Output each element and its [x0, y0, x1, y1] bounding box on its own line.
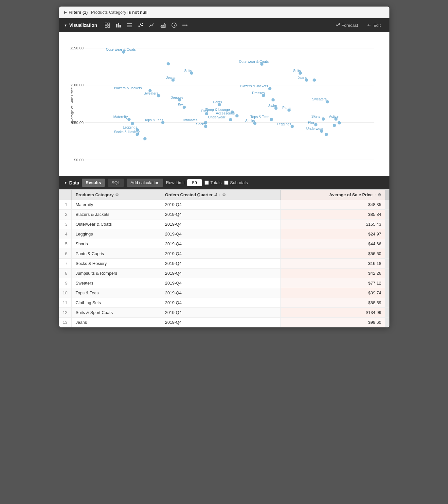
svg-text:Plus: Plus: [308, 120, 314, 124]
price-cell: $77.12: [281, 278, 385, 288]
row-num-cell: 6: [59, 249, 72, 259]
price-cell: $85.84: [281, 210, 385, 219]
svg-text:Swim: Swim: [268, 104, 277, 108]
svg-point-74: [268, 87, 271, 90]
row-num-cell: 11: [59, 298, 72, 308]
category-gear-icon[interactable]: ⚙: [115, 193, 119, 197]
svg-rect-1: [108, 23, 110, 25]
filter-toggle[interactable]: ▶ Filters (1): [64, 10, 88, 15]
quarter-cell: 2019-Q4: [161, 200, 281, 210]
quarter-cell: 2019-Q4: [161, 239, 281, 249]
svg-text:Dresses: Dresses: [252, 91, 264, 95]
svg-point-95: [314, 123, 317, 127]
svg-rect-2: [105, 26, 107, 27]
svg-point-49: [235, 114, 239, 117]
add-calculation-button[interactable]: Add calculation: [127, 179, 163, 187]
scrollbar-cell: [385, 318, 389, 327]
svg-rect-4: [116, 24, 117, 27]
svg-point-30: [167, 62, 170, 65]
svg-text:Intimates: Intimates: [183, 118, 198, 122]
scatter-icon-btn[interactable]: [136, 21, 146, 29]
viz-arrow-icon: ▼: [64, 24, 67, 27]
totals-checkbox[interactable]: [205, 181, 209, 185]
col-category: Products Category ⚙: [71, 190, 161, 200]
quarter-cell: 2019-Q4: [161, 318, 281, 327]
area-icon-btn[interactable]: [158, 21, 168, 29]
bar-chart-icon-btn[interactable]: [114, 21, 123, 29]
quarter-cell: 2019-Q4: [161, 259, 281, 269]
category-cell: Clothing Sets: [71, 298, 161, 308]
row-num-cell: 2: [59, 210, 72, 219]
more-icon-btn[interactable]: •••: [180, 21, 190, 29]
row-limit-input[interactable]: [187, 179, 202, 186]
svg-text:Socks & Hosiery: Socks & Hosiery: [114, 130, 140, 134]
svg-rect-6: [119, 25, 121, 27]
subtotals-checkbox[interactable]: [224, 181, 228, 185]
svg-point-91: [337, 121, 341, 125]
svg-point-51: [229, 118, 232, 121]
scatter-chart: Average of Sale Price $0.00 $50.00 $100.…: [62, 39, 386, 173]
svg-point-92: [332, 124, 336, 127]
line-icon-btn[interactable]: [147, 21, 157, 29]
price-cell: $155.43: [281, 219, 385, 229]
quarter-cell: 2019-Q4: [161, 210, 281, 219]
scrollbar-cell: [385, 298, 389, 308]
edit-button[interactable]: Edit: [364, 22, 384, 29]
edit-label: Edit: [373, 23, 381, 28]
category-cell: Jeans: [71, 318, 161, 327]
quarter-gear-icon[interactable]: ⚙: [222, 193, 226, 197]
forecast-button[interactable]: Forecast: [332, 22, 362, 29]
row-num-cell: 4: [59, 229, 72, 239]
svg-text:Suits: Suits: [184, 69, 192, 73]
category-cell: Blazers & Jackets: [71, 210, 161, 219]
quarter-cell: 2019-Q4: [161, 298, 281, 308]
row-num-cell: 8: [59, 269, 72, 278]
results-tab[interactable]: Results: [82, 179, 105, 187]
price-cell: $48.35: [281, 200, 385, 210]
svg-text:Pants: Pants: [282, 106, 291, 110]
totals-checkbox-label[interactable]: Totals: [205, 180, 222, 185]
price-cell: $134.99: [281, 308, 385, 318]
price-sort-icon[interactable]: ↑: [374, 193, 376, 197]
price-cell: $39.74: [281, 288, 385, 298]
scrollbar-cell: [385, 229, 389, 239]
list-icon-btn[interactable]: [125, 21, 134, 29]
svg-rect-5: [118, 23, 119, 27]
category-cell: Pants & Capris: [71, 249, 161, 259]
quarter-sort-icon[interactable]: ↓: [219, 193, 221, 197]
table-row: 12Suits & Sport Coats2019-Q4$134.99: [59, 308, 389, 318]
svg-text:Outerwear & Coats: Outerwear & Coats: [239, 60, 268, 63]
table-row: 2Blazers & Jackets2019-Q4$85.84: [59, 210, 389, 219]
svg-point-87: [321, 117, 325, 121]
quarter-cell: 2019-Q4: [161, 229, 281, 239]
svg-point-59: [127, 118, 131, 121]
viz-title-label: Visualization: [69, 23, 97, 28]
svg-text:Skirts: Skirts: [311, 114, 320, 118]
clock-icon-btn[interactable]: [169, 21, 179, 29]
svg-text:Sleep & Lounge: Sleep & Lounge: [205, 108, 230, 112]
quarter-cell: 2019-Q4: [161, 269, 281, 278]
table-icon-btn[interactable]: [102, 21, 112, 29]
results-table: Products Category ⚙ Orders Created Quart…: [59, 190, 389, 327]
svg-rect-3: [108, 26, 110, 27]
category-cell: Socks & Hosiery: [71, 259, 161, 269]
svg-text:Swim: Swim: [178, 103, 186, 107]
subtotals-checkbox-label[interactable]: Subtotals: [224, 180, 248, 185]
scrollbar-cell: [385, 210, 389, 219]
svg-text:Active: Active: [329, 114, 338, 118]
sql-tab[interactable]: SQL: [108, 179, 124, 187]
table-row: 9Sweaters2019-Q4$77.12: [59, 278, 389, 288]
col-avg-price: Average of Sale Price ↑ ⚙: [281, 190, 385, 200]
svg-text:Jeans: Jeans: [166, 76, 175, 79]
filter-label: Filters (1): [69, 10, 88, 15]
price-gear-icon[interactable]: ⚙: [378, 193, 381, 197]
price-cell: $99.60: [281, 318, 385, 327]
svg-text:Leggings: Leggings: [277, 122, 291, 126]
scrollbar-cell: [385, 288, 389, 298]
subtotals-label: Subtotals: [230, 180, 248, 185]
table-row: 10Tops & Tees2019-Q4$39.74: [59, 288, 389, 298]
table-row: 13Jeans2019-Q4$99.60: [59, 318, 389, 327]
filter-condition: is not null: [127, 10, 147, 15]
filter-description: Products Category is not null: [91, 10, 148, 15]
y-axis-label: Average of Sale Price: [70, 87, 74, 124]
